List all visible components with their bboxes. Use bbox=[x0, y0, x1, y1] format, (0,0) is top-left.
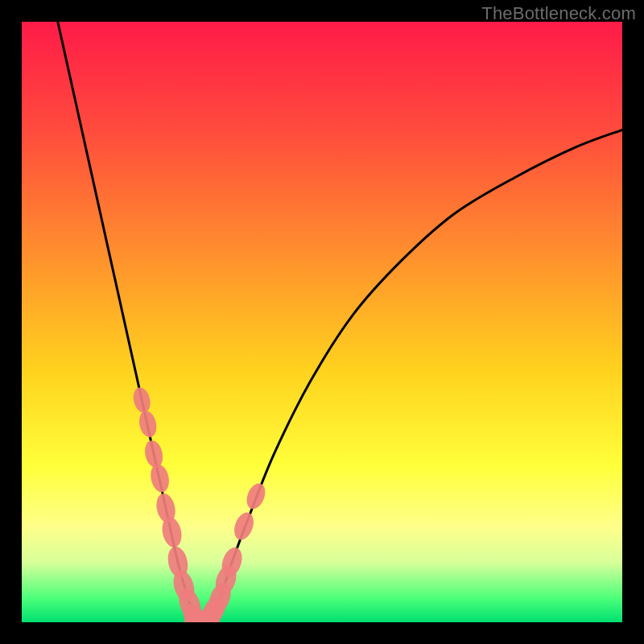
curve-marker bbox=[231, 510, 258, 543]
curve-marker bbox=[243, 481, 268, 511]
plot-area bbox=[22, 22, 622, 622]
curve-layer bbox=[58, 22, 622, 622]
curve-marker bbox=[148, 462, 171, 493]
curve-marker bbox=[142, 439, 165, 469]
watermark-text: TheBottleneck.com bbox=[481, 3, 636, 24]
curve-marker bbox=[131, 386, 153, 415]
bottleneck-curve bbox=[58, 22, 622, 622]
curve-svg bbox=[22, 22, 622, 622]
markers-layer bbox=[131, 386, 269, 622]
chart-frame: TheBottleneck.com bbox=[0, 0, 644, 644]
curve-marker bbox=[137, 409, 159, 439]
